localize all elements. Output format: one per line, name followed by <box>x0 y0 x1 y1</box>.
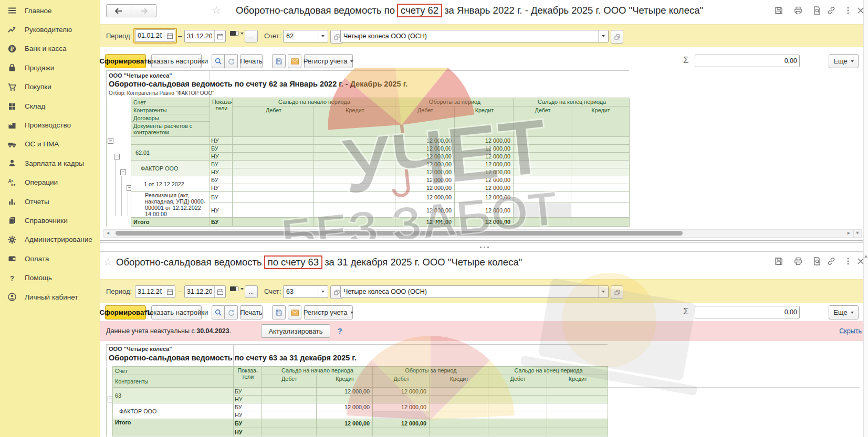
osv-row[interactable]: 63БУ12 000,0012 000,00 <box>107 388 608 396</box>
osv-cell[interactable] <box>430 388 488 396</box>
sidebar-item-purchases[interactable]: Покупки <box>0 78 100 97</box>
forward-button[interactable] <box>131 4 156 17</box>
account-combo[interactable]: 62 <box>283 30 328 42</box>
refresh-button[interactable] <box>225 305 238 319</box>
chevron-down-icon[interactable] <box>598 30 608 42</box>
osv-row[interactable]: 62.01БУ12 000,0012 000,00 <box>107 145 630 153</box>
chevron-down-icon[interactable] <box>318 30 328 42</box>
osv-cell[interactable] <box>314 168 395 176</box>
sidebar-item-salary-hr[interactable]: Зарплата и кадры <box>0 154 100 173</box>
osv-cell[interactable] <box>430 428 488 436</box>
osv-cell[interactable]: 12 000,00 <box>395 145 455 153</box>
date-from-input[interactable] <box>135 288 164 295</box>
osv-cell[interactable] <box>317 428 373 436</box>
generate-button[interactable]: Сформировать <box>105 305 146 319</box>
link-icon[interactable] <box>826 256 836 267</box>
osv-cell[interactable] <box>547 419 608 428</box>
osv-cell[interactable] <box>314 161 395 168</box>
osv-cell[interactable] <box>314 218 395 227</box>
osv-cell[interactable] <box>314 176 395 184</box>
print-button[interactable]: Печать <box>240 54 263 68</box>
osv-cell[interactable]: 12 000,00 <box>455 184 514 192</box>
print-button[interactable]: Печать <box>240 305 263 319</box>
calendar-icon[interactable] <box>214 286 225 297</box>
generate-button[interactable]: Сформировать <box>105 54 146 68</box>
osv-cell[interactable]: 63 <box>113 388 234 403</box>
osv-cell[interactable]: 12 000,00 <box>395 184 455 192</box>
osv-cell[interactable]: 12 000,00 <box>455 218 514 227</box>
kebab-menu-icon[interactable] <box>843 5 853 16</box>
osv-cell[interactable] <box>233 145 314 153</box>
sidebar-item-directories[interactable]: Справочники <box>0 211 100 230</box>
preview-icon[interactable] <box>812 256 822 267</box>
hide-link[interactable]: Скрыть <box>839 324 862 338</box>
sidebar-item-payment[interactable]: Оплата <box>0 249 100 268</box>
collapse-icon[interactable]: − <box>108 138 113 144</box>
osv-cell[interactable] <box>262 396 317 403</box>
collapse-icon[interactable]: − <box>127 185 131 191</box>
osv-cell[interactable] <box>514 218 571 227</box>
mail-button[interactable] <box>288 305 301 319</box>
osv-cell[interactable]: 12 000,00 <box>317 388 373 396</box>
show-settings-button[interactable]: Показать настройки <box>151 54 202 68</box>
register-button[interactable]: Регистр учета <box>304 305 353 319</box>
osv-cell[interactable]: БУ <box>210 161 233 168</box>
osv-cell[interactable] <box>233 176 314 184</box>
sidebar-item-personal-account[interactable]: Личный кабинет <box>0 287 100 306</box>
open-organization-button[interactable] <box>611 285 623 299</box>
date-to-input[interactable] <box>185 288 214 295</box>
osv-cell[interactable] <box>233 153 314 161</box>
organization-combo[interactable]: Четыре колеса ООО (ОСН) <box>340 285 609 298</box>
save-icon[interactable] <box>773 256 784 267</box>
osv-cell[interactable] <box>131 137 210 145</box>
chevron-down-icon[interactable] <box>598 286 608 297</box>
osv-cell[interactable] <box>262 411 317 419</box>
favorite-star-icon[interactable]: ☆ <box>212 4 221 16</box>
account-combo[interactable]: 63 <box>283 285 328 298</box>
sum-input[interactable] <box>695 308 799 316</box>
osv-cell[interactable]: 12 000,00 <box>455 168 514 176</box>
osv-cell[interactable] <box>262 419 317 428</box>
osv-cell[interactable]: НУ <box>210 153 233 161</box>
osv-cell[interactable] <box>430 419 488 428</box>
osv-cell[interactable] <box>547 388 608 396</box>
osv-cell[interactable] <box>571 137 630 145</box>
osv-cell[interactable] <box>514 203 571 218</box>
osv-cell[interactable] <box>547 411 608 419</box>
osv-cell[interactable] <box>233 184 314 192</box>
mail-button[interactable] <box>288 54 301 68</box>
osv-cell[interactable] <box>262 428 317 436</box>
osv-cell[interactable]: 12 000,00 <box>455 203 514 218</box>
favorite-star-icon[interactable]: ☆ <box>103 255 113 268</box>
osv-cell[interactable]: БУ <box>210 192 233 203</box>
osv-cell[interactable] <box>488 428 547 436</box>
osv-cell[interactable] <box>488 388 547 396</box>
osv-cell[interactable] <box>514 161 571 168</box>
preview-icon[interactable] <box>812 5 822 16</box>
osv-cell[interactable] <box>233 168 314 176</box>
sidebar-item-operations[interactable]: ДтКт Операции <box>0 173 100 192</box>
search-button[interactable] <box>212 305 225 319</box>
osv-cell[interactable]: БУ <box>210 176 233 184</box>
osv-row[interactable]: ИтогоБУ12 000,0012 000,00 <box>107 419 608 428</box>
sidebar-item-bank-cash[interactable]: ₽ Банк и касса <box>0 39 100 58</box>
osv-cell[interactable] <box>547 428 608 436</box>
osv-cell[interactable] <box>233 137 314 145</box>
osv-cell[interactable] <box>514 192 571 203</box>
date-from-input[interactable] <box>135 32 164 39</box>
osv-cell[interactable]: 1 от 12.12.2022 <box>131 176 210 192</box>
osv-cell[interactable] <box>430 396 488 403</box>
osv-cell[interactable] <box>314 203 395 218</box>
horizontal-scrollbar[interactable]: ◄ ► <box>103 229 853 238</box>
osv-cell[interactable] <box>314 153 395 161</box>
osv-cell[interactable]: Итого <box>131 218 210 227</box>
osv-cell[interactable] <box>514 168 571 176</box>
osv-cell[interactable] <box>430 403 488 411</box>
refresh-button[interactable] <box>225 54 238 68</box>
save-file-button[interactable] <box>272 54 286 68</box>
search-button[interactable] <box>212 54 225 68</box>
osv-cell[interactable]: НУ <box>210 137 233 145</box>
more-options-button[interactable]: ... <box>245 285 258 298</box>
osv-cell[interactable] <box>514 153 571 161</box>
more-button[interactable]: Еще <box>829 305 859 319</box>
